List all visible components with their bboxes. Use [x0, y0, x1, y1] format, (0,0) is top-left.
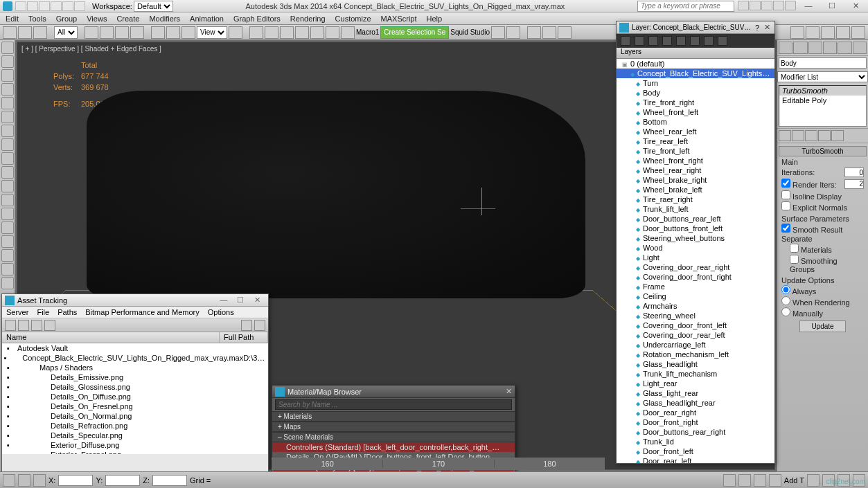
car-model[interactable] [87, 91, 585, 298]
toolbar-btn[interactable] [527, 26, 541, 39]
left-tool-btn[interactable] [1, 97, 14, 109]
layer-node[interactable]: Undercarriage_left [617, 340, 774, 350]
layer-node[interactable]: Light_rear [617, 379, 774, 388]
render-iters-check[interactable] [781, 179, 790, 188]
layer-node[interactable]: Covering_door_rear_right [617, 262, 774, 272]
toolbar-btn[interactable] [151, 26, 165, 39]
help-search-input[interactable] [637, 1, 734, 12]
toolbar-btn[interactable] [326, 26, 339, 39]
menu-customize[interactable]: Customize [335, 15, 371, 23]
asset-menu-item[interactable]: Bitmap Performance and Memory [85, 308, 199, 316]
layer-node[interactable]: Door_front_left [617, 446, 774, 456]
qat-btn[interactable] [15, 1, 26, 11]
left-tool-btn[interactable] [1, 69, 14, 82]
transform-gizmo[interactable] [461, 188, 502, 229]
help-icon[interactable]: ? [755, 24, 759, 32]
status-btn[interactable] [3, 474, 15, 487]
layer-node[interactable]: Glass_light_rear [617, 388, 774, 398]
layer-node[interactable]: Door_buttons_rear_right [617, 427, 774, 437]
section-scene-materials[interactable]: – Scene Materials [272, 432, 515, 442]
toolbar-btn[interactable] [229, 26, 242, 39]
section-maps[interactable]: + Maps [272, 422, 515, 432]
layer-node[interactable]: Door_buttons_rear_left [617, 214, 774, 224]
status-btn[interactable] [33, 474, 46, 487]
layers-tree[interactable]: 0 (default)Concept_Black_Electric_SUV_Li… [617, 59, 774, 463]
named-selection-input[interactable]: Create Selection Se [380, 26, 449, 39]
left-tool-btn[interactable] [1, 277, 14, 289]
col-name[interactable]: Name [2, 332, 220, 343]
menu-views[interactable]: Views [87, 15, 107, 23]
layer-node[interactable]: Wheel_brake_left [617, 185, 774, 195]
display-tab[interactable] [838, 42, 851, 54]
layers-tb-btn[interactable] [662, 36, 672, 46]
toolbar-btn[interactable] [558, 26, 572, 39]
layer-selected[interactable]: Concept_Black_Electric_SUV_Lights_On_Rig… [617, 69, 774, 78]
help-icon[interactable] [750, 1, 761, 10]
timeline-ruler[interactable]: 160 170 180 [272, 458, 605, 470]
menu-animation[interactable]: Animation [190, 15, 224, 23]
toolbar-btn[interactable] [851, 26, 865, 39]
asset-row[interactable]: ▪Maps / Shaders [2, 363, 268, 372]
toolbar-btn[interactable] [310, 26, 324, 39]
menu-edit[interactable]: Edit [6, 15, 19, 23]
layer-node[interactable]: Trunk_lid [617, 437, 774, 446]
create-tab[interactable] [779, 42, 792, 54]
asset-menu-item[interactable]: Server [6, 308, 28, 316]
play-next-icon[interactable] [754, 474, 766, 487]
toolbar-btn[interactable] [115, 26, 129, 39]
layer-node[interactable]: Tire_front_left [617, 146, 774, 156]
left-tool-btn[interactable] [1, 42, 14, 54]
asset-row[interactable]: ▪Details_Emissive.png [2, 372, 268, 382]
asset-row[interactable]: ▪Exterior_Diffuse.png [2, 440, 268, 450]
toolbar-btn[interactable] [3, 26, 17, 39]
asset-row[interactable]: ▪Details_On_Diffuse.png [2, 392, 268, 401]
iterations-input[interactable] [844, 168, 864, 177]
asset-row[interactable]: ▪Details_Glossiness.png [2, 382, 268, 392]
layer-node[interactable]: Tire_front_right [617, 98, 774, 107]
layer-node[interactable]: Wheel_brake_right [617, 175, 774, 185]
asset-row[interactable]: ▪Details_On_Fresnel.png [2, 401, 268, 411]
qat-btn[interactable] [39, 1, 50, 11]
asset-tb-btn[interactable] [241, 320, 252, 331]
toolbar-btn[interactable] [821, 26, 835, 39]
layer-node[interactable]: Wood [617, 243, 774, 253]
smooth-result-check[interactable] [781, 224, 790, 233]
stack-btn[interactable] [792, 130, 804, 141]
left-tool-btn[interactable] [1, 249, 14, 262]
left-tool-btn[interactable] [1, 55, 14, 68]
menu-group[interactable]: Group [56, 15, 78, 23]
layer-node[interactable]: Armchairs [617, 301, 774, 311]
asset-menu-item[interactable]: File [37, 308, 49, 316]
toolbar-btn[interactable] [85, 26, 98, 39]
toolbar-btn[interactable] [295, 26, 309, 39]
left-tool-btn[interactable] [1, 180, 14, 192]
minimize-button[interactable]: — [215, 296, 232, 304]
update-always-radio[interactable] [781, 285, 790, 294]
layers-tb-btn[interactable] [635, 36, 644, 46]
menu-help[interactable]: Help [427, 15, 443, 23]
layer-node[interactable]: Wheel_rear_left [617, 127, 774, 136]
toolbar-btn[interactable] [341, 26, 355, 39]
modifier-stack[interactable]: TurboSmooth Editable Poly [779, 85, 867, 127]
qat-btn[interactable] [51, 1, 62, 11]
asset-tb-btn[interactable] [5, 320, 16, 331]
qat-btn[interactable] [62, 1, 73, 11]
update-button[interactable]: Update [799, 320, 845, 332]
menu-tools[interactable]: Tools [28, 15, 46, 23]
material-search-input[interactable] [275, 399, 512, 410]
left-tool-btn[interactable] [1, 152, 14, 165]
motion-tab[interactable] [823, 42, 837, 54]
material-item[interactable]: Controllers (Standard) [back_left_door_c… [272, 442, 515, 452]
close-icon[interactable]: ✕ [762, 23, 772, 32]
toolbar-btn[interactable] [836, 26, 850, 39]
asset-tb-btn[interactable] [254, 320, 265, 331]
status-btn[interactable] [18, 474, 30, 487]
layer-node[interactable]: Door_rear_left [617, 456, 774, 463]
left-tool-btn[interactable] [1, 138, 14, 151]
layer-node[interactable]: Door_front_right [617, 417, 774, 427]
stack-btn[interactable] [779, 130, 791, 141]
layer-node[interactable]: Covering_door_front_right [617, 272, 774, 282]
toolbar-btn[interactable] [166, 26, 180, 39]
layer-node[interactable]: Frame [617, 282, 774, 291]
ref-coord-system[interactable]: View [197, 26, 227, 39]
